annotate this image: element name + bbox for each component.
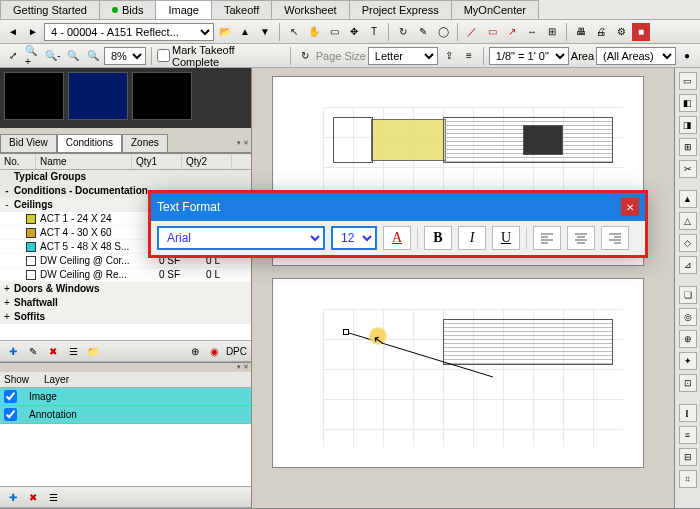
filter-icon[interactable]: ⊕ (186, 342, 204, 360)
zoom-extents-icon[interactable]: 🔍 (84, 47, 102, 65)
export-icon[interactable]: ⇪ (440, 47, 458, 65)
tree-folder[interactable]: +Soffits (0, 310, 251, 324)
tool-icon[interactable]: ▲ (679, 190, 697, 208)
tree-folder[interactable]: +Doors & Windows (0, 282, 251, 296)
pointer-icon[interactable]: ↖ (285, 23, 303, 41)
tool-icon[interactable]: ✂ (679, 160, 697, 178)
zoom-combo[interactable]: 8% (104, 47, 146, 65)
tree-folder[interactable]: +Shaftwall (0, 296, 251, 310)
rotate-icon[interactable]: ↻ (394, 23, 412, 41)
props-icon[interactable]: ☰ (64, 342, 82, 360)
panel-close-icon[interactable]: ✕ (243, 139, 249, 147)
highlight-icon[interactable]: ✎ (414, 23, 432, 41)
align-center-button[interactable] (567, 226, 595, 250)
tool-icon[interactable]: ⌗ (679, 470, 697, 488)
tool-icon[interactable]: ⊕ (679, 330, 697, 348)
delete-icon[interactable]: ✖ (44, 342, 62, 360)
subtab-zones[interactable]: Zones (122, 134, 168, 153)
layer-row[interactable]: Annotation (0, 406, 251, 424)
fit-icon[interactable]: ⤢ (4, 47, 22, 65)
color-icon[interactable]: ■ (632, 23, 650, 41)
tab-myoncenter[interactable]: MyOnCenter (451, 0, 539, 19)
prev-icon[interactable]: ▲ (236, 23, 254, 41)
subtab-bidview[interactable]: Bid View (0, 134, 57, 153)
pan-icon[interactable]: ✋ (305, 23, 323, 41)
tree-group[interactable]: Typical Groups (0, 170, 251, 184)
add-icon[interactable]: ✚ (4, 342, 22, 360)
layer-add-icon[interactable]: ✚ (4, 488, 22, 506)
zoom-in-icon[interactable]: 🔍+ (24, 47, 42, 65)
refresh-icon[interactable]: ↻ (296, 47, 314, 65)
tab-bids[interactable]: Bids (99, 0, 156, 19)
bold-button[interactable]: B (424, 226, 452, 250)
scale-combo[interactable]: 1/8" = 1' 0" (489, 47, 569, 65)
tab-getting-started[interactable]: Getting Started (0, 0, 100, 19)
tab-project-express[interactable]: Project Express (349, 0, 452, 19)
tool-icon[interactable]: ❏ (679, 286, 697, 304)
thumbnail[interactable] (68, 72, 128, 120)
tool-icon[interactable]: ✦ (679, 352, 697, 370)
next-icon[interactable]: ▼ (256, 23, 274, 41)
tool-icon[interactable]: ◎ (679, 308, 697, 326)
zoom-region-icon[interactable]: 🔍 (64, 47, 82, 65)
arrow-icon[interactable]: ↗ (503, 23, 521, 41)
rect-icon[interactable]: ▭ (483, 23, 501, 41)
thumbnail[interactable] (132, 72, 192, 120)
line-icon[interactable]: ／ (463, 23, 481, 41)
tool-icon[interactable]: ⫿ (679, 404, 697, 422)
italic-button[interactable]: I (458, 226, 486, 250)
tree-item[interactable]: DW Ceiling @ Re...0 SF0 L (0, 268, 251, 282)
tab-takeoff[interactable]: Takeoff (211, 0, 272, 19)
tool-icon[interactable]: ≡ (679, 426, 697, 444)
layer-row[interactable]: Image (0, 388, 251, 406)
align-left-button[interactable] (533, 226, 561, 250)
settings-icon[interactable]: ⚙ (612, 23, 630, 41)
tool-icon[interactable]: ⊞ (679, 138, 697, 156)
panel-collapse-icon[interactable]: ▾ (237, 139, 241, 147)
tool-icon[interactable]: △ (679, 212, 697, 230)
thumbnail[interactable] (4, 72, 64, 120)
zoom-out-icon[interactable]: 🔍- (44, 47, 62, 65)
underline-button[interactable]: U (492, 226, 520, 250)
align-right-button[interactable] (601, 226, 629, 250)
print-icon[interactable]: 🖶 (572, 23, 590, 41)
dialog-titlebar[interactable]: Text Format ✕ (151, 193, 645, 221)
drawing-canvas[interactable] (252, 68, 674, 508)
tab-image[interactable]: Image (155, 0, 212, 19)
font-combo[interactable]: Arial (157, 226, 325, 250)
layer-props-icon[interactable]: ☰ (44, 488, 62, 506)
layers-icon[interactable]: ≡ (460, 47, 478, 65)
dimension-icon[interactable]: ↔ (523, 23, 541, 41)
tool-icon[interactable]: ▭ (679, 72, 697, 90)
back-button[interactable]: ◄ (4, 23, 22, 41)
close-icon[interactable]: ✕ (621, 198, 639, 216)
mark-complete-checkbox[interactable] (157, 49, 170, 62)
page-size-combo[interactable]: Letter (368, 47, 438, 65)
tool-icon[interactable]: ⊟ (679, 448, 697, 466)
area-combo[interactable]: (All Areas) (596, 47, 676, 65)
stamp-icon[interactable]: ⊞ (543, 23, 561, 41)
font-color-button[interactable]: A (383, 226, 411, 250)
shape-icon[interactable]: ◯ (434, 23, 452, 41)
tool-icon[interactable]: ⊡ (679, 374, 697, 392)
tool-icon[interactable]: ⊿ (679, 256, 697, 274)
tool-icon[interactable]: ◇ (679, 234, 697, 252)
open-icon[interactable]: 📂 (216, 23, 234, 41)
move-icon[interactable]: ✥ (345, 23, 363, 41)
area-icon[interactable]: ● (678, 47, 696, 65)
size-combo[interactable]: 12 (331, 226, 377, 250)
edit-icon[interactable]: ✎ (24, 342, 42, 360)
dpc-stop-icon[interactable]: ◉ (206, 342, 224, 360)
layer-checkbox[interactable] (4, 390, 17, 403)
tab-worksheet[interactable]: Worksheet (271, 0, 349, 19)
tool-icon[interactable]: ◧ (679, 94, 697, 112)
bid-combo[interactable]: 4 - 00004 - A151 Reflect... (44, 23, 214, 41)
forward-button[interactable]: ► (24, 23, 42, 41)
select-icon[interactable]: ▭ (325, 23, 343, 41)
text-icon[interactable]: T (365, 23, 383, 41)
layer-checkbox[interactable] (4, 408, 17, 421)
tool-icon[interactable]: ◨ (679, 116, 697, 134)
print2-icon[interactable]: 🖨 (592, 23, 610, 41)
folder-icon[interactable]: 📁 (84, 342, 102, 360)
subtab-conditions[interactable]: Conditions (57, 134, 122, 153)
